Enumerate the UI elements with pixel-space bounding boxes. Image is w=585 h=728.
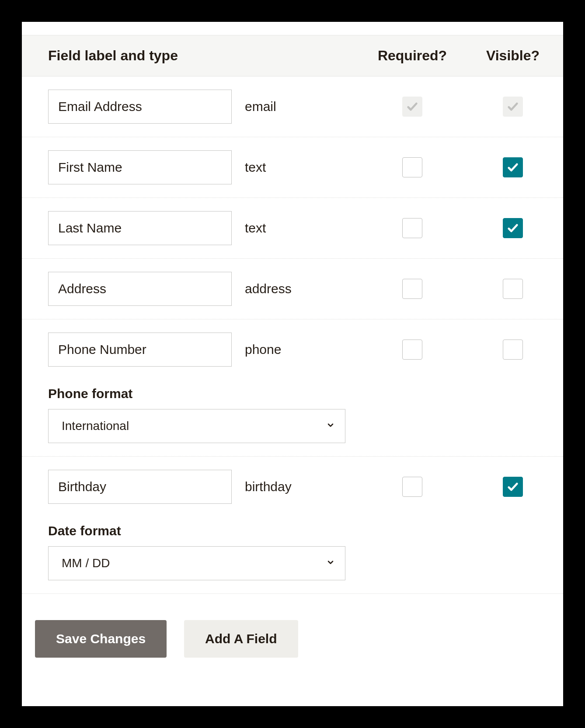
visible-checkbox[interactable] — [503, 157, 523, 177]
field-row: address — [22, 259, 563, 319]
visible-cell — [463, 218, 563, 238]
field-row-main: address — [48, 272, 563, 306]
field-row-main: birthday — [48, 470, 563, 504]
visible-checkbox[interactable] — [503, 340, 523, 360]
subformat-label: Phone format — [48, 386, 563, 401]
subformat-label: Date format — [48, 523, 563, 538]
col-header-required: Required? — [362, 48, 463, 64]
field-row-main: email — [48, 90, 563, 124]
save-button[interactable]: Save Changes — [35, 620, 167, 658]
footer-actions: Save Changes Add A Field — [22, 593, 563, 658]
required-cell — [362, 157, 463, 177]
field-type-text: text — [232, 160, 362, 175]
visible-checkbox[interactable] — [503, 218, 523, 238]
visible-checkbox[interactable] — [503, 279, 523, 299]
required-checkbox[interactable] — [402, 340, 422, 360]
field-row: email — [22, 76, 563, 137]
subformat-select[interactable]: International — [48, 409, 345, 443]
field-row: text — [22, 137, 563, 198]
visible-checkbox — [503, 97, 523, 117]
field-row: birthdayDate formatMM / DD — [22, 457, 563, 593]
field-type-text: email — [232, 99, 362, 114]
col-header-label: Field label and type — [48, 48, 362, 64]
subformat-select-value[interactable]: MM / DD — [48, 546, 345, 580]
required-cell — [362, 218, 463, 238]
field-row: phonePhone formatInternational — [22, 319, 563, 457]
visible-cell — [463, 279, 563, 299]
field-type-text: address — [232, 281, 362, 296]
subformat-select[interactable]: MM / DD — [48, 546, 345, 580]
visible-cell — [463, 340, 563, 360]
subformat-select-value[interactable]: International — [48, 409, 345, 443]
field-row-main: phone — [48, 333, 563, 367]
field-row: text — [22, 198, 563, 259]
visible-cell — [463, 477, 563, 497]
required-checkbox — [402, 97, 422, 117]
field-label-input[interactable] — [48, 333, 232, 367]
field-label-input[interactable] — [48, 272, 232, 306]
required-checkbox[interactable] — [402, 279, 422, 299]
required-cell — [362, 477, 463, 497]
field-row-main: text — [48, 211, 563, 245]
field-label-input[interactable] — [48, 150, 232, 184]
required-cell — [362, 97, 463, 117]
required-cell — [362, 279, 463, 299]
visible-checkbox[interactable] — [503, 477, 523, 497]
fields-list: emailtexttextaddressphonePhone formatInt… — [22, 76, 563, 593]
visible-cell — [463, 97, 563, 117]
table-header: Field label and type Required? Visible? — [22, 35, 563, 76]
col-header-visible: Visible? — [463, 48, 563, 64]
field-type-text: phone — [232, 342, 362, 357]
required-checkbox[interactable] — [402, 477, 422, 497]
field-label-input[interactable] — [48, 90, 232, 124]
required-checkbox[interactable] — [402, 218, 422, 238]
visible-cell — [463, 157, 563, 177]
field-label-input[interactable] — [48, 211, 232, 245]
field-label-input[interactable] — [48, 470, 232, 504]
field-type-text: birthday — [232, 479, 362, 494]
form-fields-panel: Field label and type Required? Visible? … — [22, 22, 563, 706]
add-field-button[interactable]: Add A Field — [184, 620, 298, 658]
required-checkbox[interactable] — [402, 157, 422, 177]
required-cell — [362, 340, 463, 360]
field-row-main: text — [48, 150, 563, 184]
field-type-text: text — [232, 221, 362, 236]
